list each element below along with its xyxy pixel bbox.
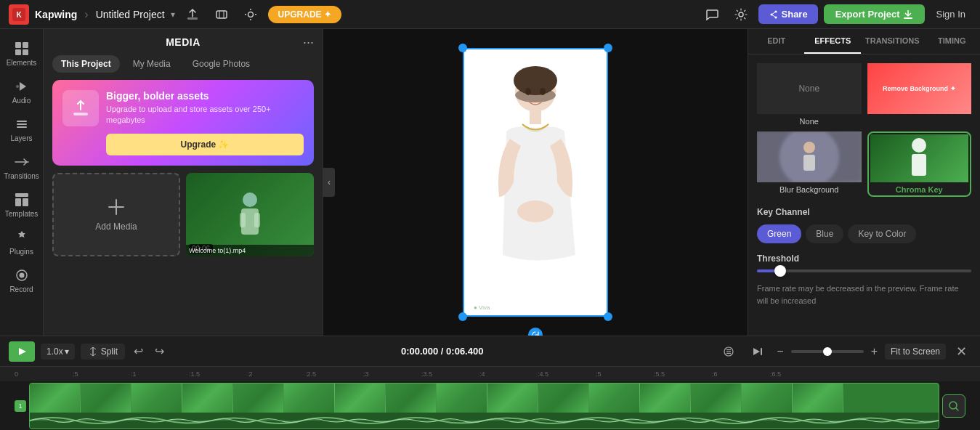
waveform-svg [30,413,939,429]
svg-rect-25 [17,121,27,122]
handle-tr[interactable] [604,44,612,52]
timeline-ruler: 0 :5 :1 :1.5 :2 :2.5 :3 :3.5 :4 :4.5 :5 … [0,367,980,381]
tab-timing[interactable]: TIMING [924,29,980,54]
signin-button[interactable]: Sign In [931,9,971,20]
settings-icon[interactable] [729,3,753,26]
export-button[interactable]: Export Project [824,4,925,24]
svg-rect-2 [187,17,198,20]
upgrade-button[interactable]: UPGRADE ✦ [268,6,341,23]
svg-text:K: K [16,11,22,19]
share-button[interactable]: Share [758,4,818,24]
sidebar-audio-label: Audio [12,97,31,105]
svg-rect-23 [17,126,27,128]
threshold-thumb[interactable] [774,265,786,277]
track-frame-9 [437,384,487,413]
left-sidebar: Elements Audio Layers Transitions Templa… [0,29,44,336]
fit-screen-button[interactable]: Fit to Screen [885,344,946,360]
zoom-slider[interactable] [791,350,864,353]
svg-rect-39 [530,110,541,124]
track-frame-14 [691,384,742,413]
ruler-mark-1: :5 [73,370,78,378]
ruler-mark-7: :3.5 [421,370,432,378]
redo-button[interactable]: ↪ [152,343,167,360]
timeline-settings-icon[interactable] [717,340,740,363]
topbar: K Kapwing › Untitled Project ▾ UPGRADE ✦… [0,0,980,29]
collapse-left-icon[interactable]: ‹ [323,168,335,197]
sidebar-item-elements[interactable]: Elements [2,35,41,73]
undo-button[interactable]: ↩ [131,343,146,360]
key-channel-row: Green Blue Key to Color [757,224,971,243]
svg-point-40 [517,200,554,222]
effect-blur-bg-thumb [757,131,862,182]
effect-blur-bg-label: Blur Background [757,185,862,194]
effect-none[interactable]: None None [757,63,862,126]
media-item[interactable]: 00:06 Welcome to(1).mp4 [186,173,314,256]
share-icon-upload[interactable] [181,3,204,26]
speed-selector[interactable]: 1.0x ▾ [41,344,75,360]
ruler-mark-13: :6.5 [770,370,781,378]
project-chevron-icon[interactable]: ▾ [171,9,175,20]
timeline-track: 1 [0,381,980,430]
ruler-mark-3: :1.5 [189,370,200,378]
svg-point-11 [739,12,743,17]
track-frames [30,384,939,413]
right-panel: EDIT EFFECTS TRANSITIONS TIMING None Non… [748,29,980,336]
svg-rect-24 [17,123,27,125]
tab-effects[interactable]: EFFECTS [804,29,860,54]
ruler-mark-4: :2 [247,370,253,378]
handle-bl[interactable] [458,312,467,321]
sun-icon[interactable] [239,3,262,26]
media-panel-header: MEDIA ··· [44,29,323,55]
tab-this-project[interactable]: This Project [52,55,120,73]
search-timeline-button[interactable] [942,394,965,418]
sidebar-item-templates[interactable]: Templates [2,186,41,224]
sidebar-item-layers[interactable]: Layers [2,110,41,148]
svg-rect-31 [73,113,88,115]
ruler-mark-5: :2.5 [305,370,316,378]
sidebar-item-transitions[interactable]: Transitions [2,148,41,186]
canvas-area: ‹ [323,29,748,336]
effect-blur-bg[interactable]: Blur Background [757,131,862,197]
threshold-slider[interactable] [757,269,971,272]
close-timeline-icon[interactable]: ✕ [952,342,971,361]
tab-my-media[interactable]: My Media [124,55,179,73]
rotate-handle[interactable] [528,328,543,336]
svg-point-42 [540,88,546,95]
zoom-in-icon[interactable]: + [870,344,879,360]
sidebar-item-plugins[interactable]: Plugins [2,224,41,261]
zoom-out-icon[interactable]: − [775,344,785,360]
handle-br[interactable] [604,312,612,321]
track-frame-12 [589,384,640,413]
current-time: 0:00.000 [401,346,438,357]
media-panel-more-icon[interactable]: ··· [303,35,314,50]
split-button[interactable]: Split [81,344,125,360]
tab-google-photos[interactable]: Google Photos [184,55,259,73]
play-button[interactable] [9,341,35,362]
canvas-image: ● Viva [463,48,608,317]
svg-line-16 [772,15,776,17]
sidebar-item-audio[interactable]: Audio [2,73,41,110]
zoom-thumb[interactable] [823,347,832,356]
skip-to-end-icon[interactable] [746,340,769,363]
handle-tl[interactable] [458,44,467,52]
effect-remove-bg[interactable]: Remove Background ✦ [867,63,972,126]
key-to-color-button[interactable]: Key to Color [848,224,916,243]
upgrade-banner-button[interactable]: Upgrade ✨ [106,134,304,155]
key-blue-button[interactable]: Blue [806,224,843,243]
threshold-label: Threshold [757,253,971,264]
effect-chroma-key[interactable]: Chroma Key [867,131,972,197]
canvas-frame[interactable]: ● Viva [463,48,608,317]
key-green-button[interactable]: Green [757,224,801,243]
track-clip[interactable] [29,383,939,429]
tab-edit[interactable]: EDIT [748,29,804,54]
brand-name: Kapwing [35,9,77,20]
svg-rect-47 [912,154,926,176]
project-title[interactable]: Untitled Project [96,9,165,20]
effect-none-label: None [757,117,862,126]
tab-transitions[interactable]: TRANSITIONS [861,29,924,54]
add-media-button[interactable]: Add Media [52,173,180,256]
sidebar-item-record[interactable]: Record [2,261,41,299]
film-strip-icon[interactable] [210,3,233,26]
chat-icon[interactable] [700,3,724,26]
key-channel-label: Key Channel [757,207,971,217]
